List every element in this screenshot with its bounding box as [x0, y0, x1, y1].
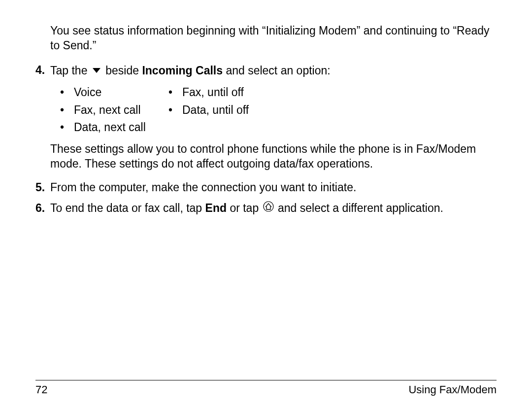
option-label: Fax, next call: [74, 103, 141, 118]
bullet-icon: •: [60, 85, 74, 100]
step-5: 5. From the computer, make the connectio…: [35, 180, 497, 195]
intro-paragraph: You see status information beginning wit…: [50, 24, 497, 53]
footer-row: 72 Using Fax/Modem: [35, 383, 497, 396]
option-data-until-off: • Data, until off: [168, 103, 277, 118]
options-list: • Voice • Fax, until off • Fax, next cal…: [60, 85, 497, 136]
incoming-calls-label: Incoming Calls: [142, 64, 223, 76]
step-4-number: 4.: [35, 63, 50, 79]
svg-marker-0: [93, 68, 100, 73]
step-6-text-suffix: and select a different application.: [278, 202, 443, 214]
step-6-text-middle: or tap: [230, 202, 262, 214]
option-fax-next-call: • Fax, next call: [60, 103, 168, 118]
step-4-body: Tap the beside Incoming Calls and select…: [50, 63, 497, 79]
bullet-icon: •: [60, 103, 74, 118]
bullet-icon: •: [168, 103, 182, 118]
step-5-number: 5.: [35, 180, 50, 195]
step-4-text-suffix: and select an option:: [226, 64, 330, 76]
option-label: Fax, until off: [182, 85, 244, 100]
option-label: Data, next call: [74, 120, 146, 135]
footer-rule: [35, 380, 497, 380]
settings-note: These settings allow you to control phon…: [50, 142, 497, 171]
body-content: You see status information beginning wit…: [35, 24, 497, 217]
option-fax-until-off: • Fax, until off: [168, 85, 277, 100]
bullet-icon: •: [60, 120, 74, 135]
svg-point-1: [264, 202, 273, 211]
page-number: 72: [35, 383, 47, 396]
option-voice: • Voice: [60, 85, 168, 100]
step-4-text-prefix: Tap the: [50, 64, 91, 76]
end-label: End: [205, 202, 227, 214]
document-page: You see status information beginning wit…: [0, 0, 532, 411]
option-label: Voice: [74, 85, 101, 100]
page-footer: 72 Using Fax/Modem: [35, 380, 497, 396]
step-4-text-middle: beside: [105, 64, 142, 76]
step-6-text-prefix: To end the data or fax call, tap: [50, 202, 205, 214]
home-icon: [263, 201, 274, 216]
dropdown-icon: [92, 63, 101, 78]
option-data-next-call: • Data, next call: [60, 120, 168, 135]
step-6-body: To end the data or fax call, tap End or …: [50, 201, 497, 217]
bullet-icon: •: [168, 85, 182, 100]
step-6: 6. To end the data or fax call, tap End …: [35, 201, 497, 217]
section-title: Using Fax/Modem: [408, 383, 497, 396]
step-4: 4. Tap the beside Incoming Calls and sel…: [35, 63, 497, 79]
step-5-body: From the computer, make the connection y…: [50, 180, 497, 195]
step-6-number: 6.: [35, 201, 50, 217]
option-label: Data, until off: [182, 103, 249, 118]
